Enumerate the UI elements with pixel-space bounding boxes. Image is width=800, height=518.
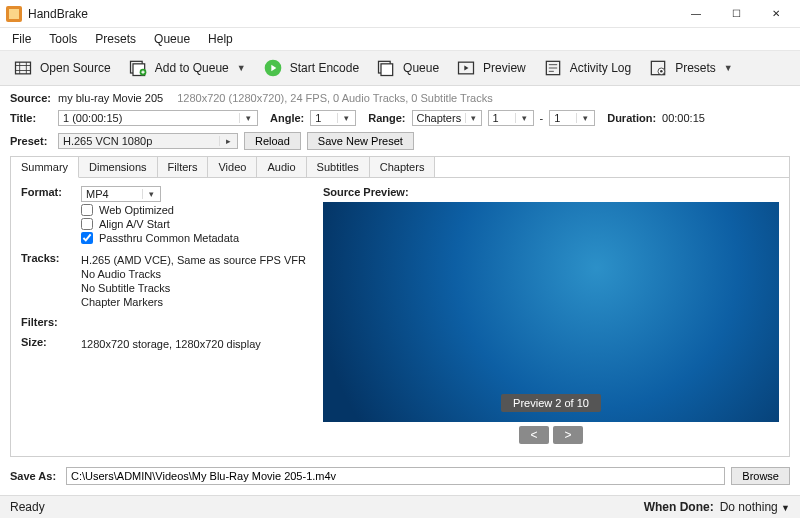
chevron-right-icon: ▸: [219, 136, 233, 146]
tab-subtitles[interactable]: Subtitles: [307, 157, 370, 177]
title-row: Title: 1 (00:00:15) ▾ Angle: 1▾ Range: C…: [10, 110, 790, 126]
passthru-checkbox[interactable]: Passthru Common Metadata: [81, 232, 311, 244]
size-value: 1280x720 storage, 1280x720 display: [81, 338, 311, 350]
status-ready: Ready: [10, 500, 45, 514]
play-icon: [262, 57, 284, 79]
queue-button[interactable]: Queue: [369, 55, 445, 81]
range-label: Range:: [368, 112, 405, 124]
angle-label: Angle:: [270, 112, 304, 124]
tab-summary[interactable]: Summary: [11, 157, 79, 178]
chevron-down-icon[interactable]: ▼: [235, 63, 246, 73]
tracks-line: H.265 (AMD VCE), Same as source FPS VFR: [81, 254, 311, 266]
tab-video[interactable]: Video: [208, 157, 257, 177]
preview-counter: Preview 2 of 10: [501, 394, 601, 412]
save-as-label: Save As:: [10, 470, 60, 482]
chevron-down-icon: ▾: [576, 113, 590, 123]
tracks-line: No Audio Tracks: [81, 268, 311, 280]
when-done-label: When Done:: [644, 500, 714, 514]
start-encode-label: Start Encode: [290, 61, 359, 75]
menu-help[interactable]: Help: [200, 30, 241, 48]
open-source-button[interactable]: Open Source: [6, 55, 117, 81]
toolbar: Open Source Add to Queue ▼ Start Encode …: [0, 51, 800, 86]
title-bar: HandBrake — ☐ ✕: [0, 0, 800, 28]
minimize-button[interactable]: —: [676, 0, 716, 28]
add-to-queue-button[interactable]: Add to Queue ▼: [121, 55, 252, 81]
align-av-checkbox[interactable]: Align A/V Start: [81, 218, 311, 230]
close-button[interactable]: ✕: [756, 0, 796, 28]
chevron-down-icon: ▾: [337, 113, 351, 123]
menu-tools[interactable]: Tools: [41, 30, 85, 48]
source-preview-label: Source Preview:: [323, 186, 779, 198]
queue-label: Queue: [403, 61, 439, 75]
activity-log-button[interactable]: Activity Log: [536, 55, 637, 81]
tracks-line: No Subtitle Tracks: [81, 282, 311, 294]
chevron-down-icon[interactable]: ▼: [722, 63, 733, 73]
save-new-preset-button[interactable]: Save New Preset: [307, 132, 414, 150]
queue-icon: [375, 57, 397, 79]
svg-rect-11: [381, 64, 393, 76]
preset-select[interactable]: H.265 VCN 1080p ▸: [58, 133, 238, 149]
chevron-down-icon: ▾: [515, 113, 529, 123]
summary-right: Source Preview: Preview 2 of 10 < >: [323, 186, 779, 446]
size-label: Size:: [21, 336, 81, 350]
source-name: my blu-ray Movie 205: [58, 92, 163, 104]
chevron-down-icon: ▾: [239, 113, 253, 123]
open-source-label: Open Source: [40, 61, 111, 75]
format-select[interactable]: MP4▾: [81, 186, 161, 202]
preset-label: Preset:: [10, 135, 52, 147]
svg-point-20: [660, 70, 663, 73]
chevron-down-icon: ▼: [781, 503, 790, 513]
film-icon: [12, 57, 34, 79]
gear-icon: [647, 57, 669, 79]
tab-filters[interactable]: Filters: [158, 157, 209, 177]
tab-audio[interactable]: Audio: [257, 157, 306, 177]
tab-dimensions[interactable]: Dimensions: [79, 157, 157, 177]
svg-marker-13: [464, 66, 468, 71]
source-preview: Preview 2 of 10: [323, 202, 779, 422]
maximize-button[interactable]: ☐: [716, 0, 756, 28]
preview-icon: [455, 57, 477, 79]
tab-strip: Summary Dimensions Filters Video Audio S…: [11, 157, 789, 178]
tabs-container: Summary Dimensions Filters Video Audio S…: [10, 156, 790, 457]
tracks-label: Tracks:: [21, 252, 81, 308]
log-icon: [542, 57, 564, 79]
summary-left: Format: MP4▾ Web Optimized Align A/V Sta…: [21, 186, 311, 446]
svg-rect-0: [16, 62, 31, 74]
preview-prev-button[interactable]: <: [519, 426, 549, 444]
title-select[interactable]: 1 (00:00:15) ▾: [58, 110, 258, 126]
menu-file[interactable]: File: [4, 30, 39, 48]
range-to-select[interactable]: 1▾: [549, 110, 595, 126]
duration-value: 00:00:15: [662, 112, 705, 124]
reload-preset-button[interactable]: Reload: [244, 132, 301, 150]
queue-add-icon: [127, 57, 149, 79]
web-optimized-checkbox[interactable]: Web Optimized: [81, 204, 311, 216]
preview-button[interactable]: Preview: [449, 55, 532, 81]
tracks-line: Chapter Markers: [81, 296, 311, 308]
title-label: Title:: [10, 112, 52, 124]
app-icon: [6, 6, 22, 22]
save-as-input[interactable]: [66, 467, 725, 485]
menu-presets[interactable]: Presets: [87, 30, 144, 48]
add-queue-label: Add to Queue: [155, 61, 229, 75]
angle-select[interactable]: 1▾: [310, 110, 356, 126]
filters-label: Filters:: [21, 316, 81, 328]
activity-log-label: Activity Log: [570, 61, 631, 75]
format-label: Format:: [21, 186, 81, 244]
browse-button[interactable]: Browse: [731, 467, 790, 485]
range-dash: -: [540, 112, 544, 124]
chevron-down-icon: ▾: [465, 113, 476, 123]
start-encode-button[interactable]: Start Encode: [256, 55, 365, 81]
tab-chapters[interactable]: Chapters: [370, 157, 436, 177]
range-from-select[interactable]: 1▾: [488, 110, 534, 126]
duration-label: Duration:: [607, 112, 656, 124]
source-row: Source: my blu-ray Movie 205 1280x720 (1…: [10, 92, 790, 104]
when-done-select[interactable]: Do nothing ▼: [720, 500, 790, 514]
preview-next-button[interactable]: >: [553, 426, 583, 444]
title-value: 1 (00:00:15): [63, 112, 235, 124]
source-meta: 1280x720 (1280x720), 24 FPS, 0 Audio Tra…: [177, 92, 493, 104]
presets-label: Presets: [675, 61, 716, 75]
preset-row: Preset: H.265 VCN 1080p ▸ Reload Save Ne…: [10, 132, 790, 150]
menu-queue[interactable]: Queue: [146, 30, 198, 48]
presets-button[interactable]: Presets ▼: [641, 55, 739, 81]
range-mode-select[interactable]: Chapters▾: [412, 110, 482, 126]
